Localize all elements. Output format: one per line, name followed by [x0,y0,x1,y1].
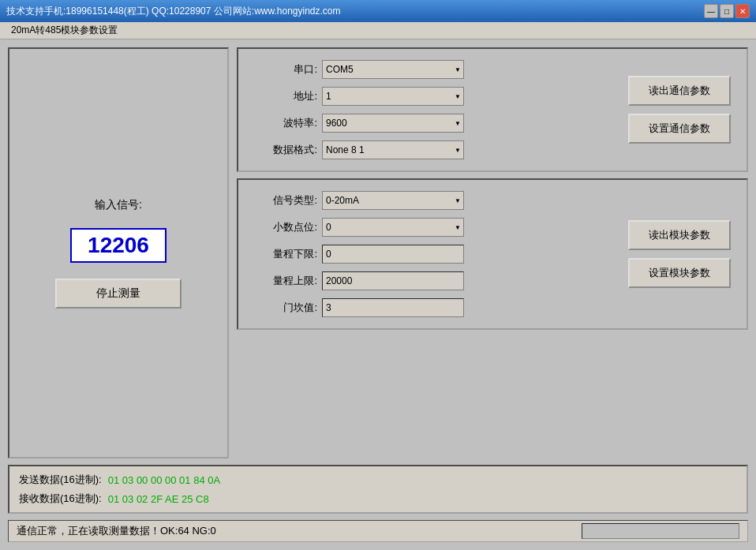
left-panel: 输入信号: 12206 停止测量 [8,47,229,458]
status-text: 通信正常，正在读取测量数据！OK:64 NG:0 [17,524,216,538]
serial-select-wrapper: COM5 COM1 COM2 COM3 COM4 COM6 [322,60,464,79]
main-area: 输入信号: 12206 停止测量 串口: COM5 COM1 COM2 [0,39,756,550]
addr-row: 地址: 1 2 3 [254,87,620,106]
decimal-select[interactable]: 0 1 2 3 [322,218,464,237]
range-low-input[interactable] [322,245,464,264]
baud-label: 波特率: [254,116,317,130]
maximize-button[interactable]: □ [720,4,734,18]
data-format-select-wrapper: None 8 1 Even 8 1 Odd 8 1 [322,140,464,159]
title-bar-controls: — □ ✕ [704,4,750,18]
signal-label: 输入信号: [95,198,142,212]
send-data-value: 01 03 00 00 00 01 84 0A [108,474,220,486]
range-low-label: 量程下限: [254,247,317,261]
decimal-row: 小数点位: 0 1 2 3 [254,218,620,237]
addr-select-wrapper: 1 2 3 [322,87,464,106]
signal-type-label: 信号类型: [254,193,317,208]
title-bar-text: 技术支持手机:18996151448(程工) QQ:10228907 公司网站:… [6,5,341,18]
data-format-label: 数据格式: [254,143,317,157]
recv-data-value: 01 03 02 2F AE 25 C8 [108,493,209,505]
signal-type-select-wrapper: 0-20mA 4-20mA 0-5V 0-10V [322,191,464,210]
data-format-select[interactable]: None 8 1 Even 8 1 Odd 8 1 [322,140,464,159]
right-panels: 串口: COM5 COM1 COM2 COM3 COM4 COM6 [237,47,748,458]
status-right-indicator [582,523,739,539]
data-section: 发送数据(16进制): 01 03 00 00 00 01 84 0A 接收数据… [8,465,748,514]
menu-title: 20mA转485模块参数设置 [5,22,124,39]
data-format-row: 数据格式: None 8 1 Even 8 1 Odd 8 1 [254,140,620,159]
comm-panel: 串口: COM5 COM1 COM2 COM3 COM4 COM6 [237,47,748,172]
minimize-button[interactable]: — [704,4,718,18]
range-high-label: 量程上限: [254,274,317,288]
baud-select-wrapper: 9600 1200 2400 4800 19200 38400 [322,114,464,133]
read-module-button[interactable]: 读出模块参数 [628,220,731,250]
signal-type-select[interactable]: 0-20mA 4-20mA 0-5V 0-10V [322,191,464,210]
decimal-select-wrapper: 0 1 2 3 [322,218,464,237]
threshold-label: 门坎值: [254,301,317,315]
send-data-label: 发送数据(16进制): [19,473,102,487]
serial-select[interactable]: COM5 COM1 COM2 COM3 COM4 COM6 [322,60,464,79]
set-comm-button[interactable]: 设置通信参数 [628,114,731,144]
threshold-input[interactable] [322,298,464,317]
menu-bar: 20mA转485模块参数设置 [0,22,756,39]
serial-row: 串口: COM5 COM1 COM2 COM3 COM4 COM6 [254,60,620,79]
comm-form: 串口: COM5 COM1 COM2 COM3 COM4 COM6 [254,60,620,159]
signal-type-row: 信号类型: 0-20mA 4-20mA 0-5V 0-10V [254,191,620,210]
status-bar: 通信正常，正在读取测量数据！OK:64 NG:0 [8,520,748,542]
module-form: 信号类型: 0-20mA 4-20mA 0-5V 0-10V 小数点位: [254,191,620,317]
addr-select[interactable]: 1 2 3 [322,87,464,106]
module-btn-section: 读出模块参数 设置模块参数 [628,220,731,288]
top-row: 输入信号: 12206 停止测量 串口: COM5 COM1 COM2 [8,47,748,458]
set-module-button[interactable]: 设置模块参数 [628,258,731,288]
title-bar: 技术支持手机:18996151448(程工) QQ:10228907 公司网站:… [0,0,756,22]
send-data-row: 发送数据(16进制): 01 03 00 00 00 01 84 0A [19,473,737,487]
close-button[interactable]: ✕ [735,4,750,18]
recv-data-label: 接收数据(16进制): [19,492,102,506]
stop-button[interactable]: 停止测量 [55,279,182,309]
range-high-row: 量程上限: [254,271,620,290]
addr-label: 地址: [254,89,317,103]
range-high-input[interactable] [322,271,464,290]
range-low-row: 量程下限: [254,245,620,264]
comm-btn-section: 读出通信参数 设置通信参数 [628,76,731,144]
baud-row: 波特率: 9600 1200 2400 4800 19200 38400 [254,114,620,133]
baud-select[interactable]: 9600 1200 2400 4800 19200 38400 [322,114,464,133]
decimal-label: 小数点位: [254,220,317,234]
module-panel: 信号类型: 0-20mA 4-20mA 0-5V 0-10V 小数点位: [237,178,748,330]
read-comm-button[interactable]: 读出通信参数 [628,76,731,106]
recv-data-row: 接收数据(16进制): 01 03 02 2F AE 25 C8 [19,492,737,506]
signal-value: 12206 [70,228,167,263]
serial-label: 串口: [254,62,317,77]
threshold-row: 门坎值: [254,298,620,317]
